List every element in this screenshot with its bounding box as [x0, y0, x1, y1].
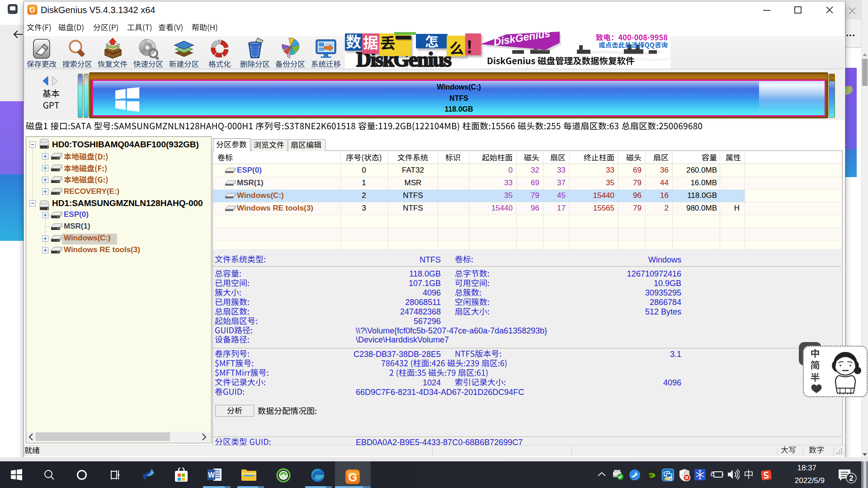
svg-text:W: W — [208, 471, 215, 479]
svg-text:in: in — [669, 477, 672, 480]
svg-text:2: 2 — [849, 474, 853, 483]
svg-text:G: G — [348, 470, 357, 484]
svg-text:G: G — [29, 6, 35, 14]
